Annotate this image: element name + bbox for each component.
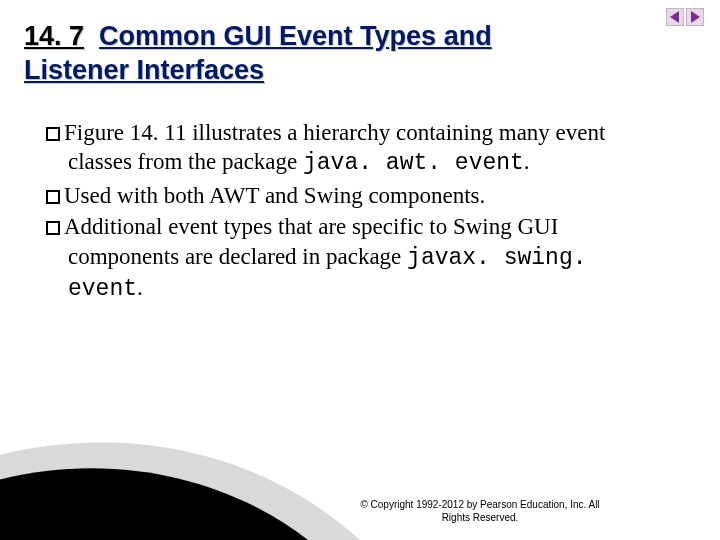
slide-title: 14. 7 Common GUI Event Types and Listene…: [24, 20, 584, 88]
bullet-item: Figure 14. 11 illustrates a hierarchy co…: [46, 118, 666, 179]
bullet-text-tail: .: [524, 149, 530, 174]
section-number: 14. 7: [24, 21, 84, 51]
copyright-notice: © Copyright 1992-2012 by Pearson Educati…: [360, 499, 600, 524]
slide: 14. 7 Common GUI Event Types and Listene…: [0, 0, 720, 540]
triangle-left-icon: [666, 8, 684, 26]
code-text: java. awt. event: [303, 150, 524, 176]
prev-slide-button[interactable]: [666, 8, 684, 26]
bullet-text-tail: .: [137, 275, 143, 300]
next-slide-button[interactable]: [686, 8, 704, 26]
slide-body: Figure 14. 11 illustrates a hierarchy co…: [46, 118, 666, 307]
square-bullet-icon: [46, 221, 60, 235]
triangle-right-icon: [686, 8, 704, 26]
bullet-text: Used with both AWT and Swing components.: [64, 183, 485, 208]
bullet-item: Additional event types that are specific…: [46, 212, 666, 304]
square-bullet-icon: [46, 127, 60, 141]
section-title-text: Common GUI Event Types and Listener Inte…: [24, 21, 492, 85]
nav-icons: [666, 8, 704, 26]
square-bullet-icon: [46, 190, 60, 204]
bullet-item: Used with both AWT and Swing components.: [46, 181, 666, 210]
